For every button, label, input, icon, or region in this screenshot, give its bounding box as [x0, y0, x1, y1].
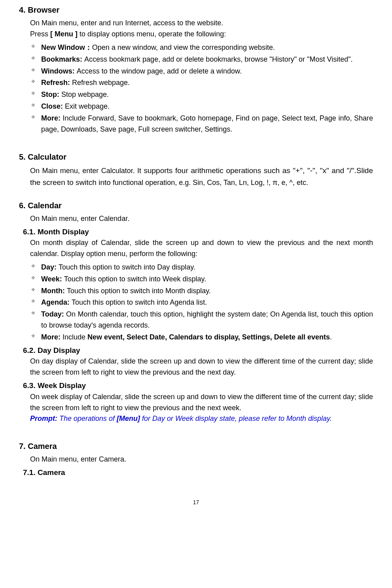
heading-month-display: 6.1. Month Display — [23, 226, 373, 237]
heading-week-display: 6.3. Week Display — [23, 380, 373, 391]
heading-calendar: 6. Calendar — [19, 200, 373, 212]
heading-browser: 4. Browser — [19, 4, 373, 16]
list-item: Agenda: Touch this option to switch into… — [30, 297, 373, 308]
week-prompt: Prompt: The operations of [Menu] for Day… — [30, 413, 373, 424]
item-text: Open a new window, and view the correspo… — [92, 43, 275, 51]
text: Press — [30, 30, 50, 38]
item-label: Windows: — [41, 67, 77, 75]
month-options-list: Day: Touch this option to switch into Da… — [30, 262, 373, 343]
item-text: Touch this option to switch into Week di… — [64, 275, 206, 283]
heading-day-display: 6.2. Day Display — [23, 345, 373, 356]
item-text: . — [330, 333, 332, 341]
prompt-bold: [Menu] — [117, 415, 140, 422]
item-label: Today: — [41, 310, 66, 318]
item-text: Touch this option to switch into Agenda … — [72, 298, 207, 306]
item-text: Access to the window page, add or delete… — [77, 67, 242, 75]
list-item: New Window：Open a new window, and view t… — [30, 42, 373, 53]
calendar-intro: On Main menu, enter Calendar. — [30, 213, 373, 224]
text: On Main menu, — [30, 19, 81, 27]
item-text: Include — [62, 333, 87, 341]
item-text: Touch this option to switch into Day dis… — [59, 263, 195, 271]
text: and run Internet, access to the website. — [97, 19, 223, 27]
list-item: Windows: Access to the window page, add … — [30, 66, 373, 77]
heading-calculator: 5. Calculator — [19, 151, 373, 163]
item-text: Stop webpage. — [61, 90, 109, 98]
list-item: Day: Touch this option to switch into Da… — [30, 262, 373, 273]
item-text: Access bookmark page, add or delete book… — [84, 55, 353, 63]
text: The operations of — [57, 415, 117, 422]
item-label: More: — [41, 333, 62, 341]
browser-options-list: New Window：Open a new window, and view t… — [30, 42, 373, 135]
item-label: More: — [41, 114, 63, 122]
browser-intro-2: Press [ Menu ] to display options menu, … — [30, 29, 373, 40]
item-text: Exit webpage. — [65, 102, 110, 110]
item-text-bold: New event, Select Date, Calendars to dis… — [87, 333, 330, 341]
heading-camera-sub: 7.1. Camera — [23, 467, 373, 478]
item-text: Refresh webpage. — [72, 79, 130, 87]
list-item: Bookmarks: Access bookmark page, add or … — [30, 54, 373, 65]
list-item: Week: Touch this option to switch into W… — [30, 274, 373, 285]
week-display-text: On week display of Calendar, slide the s… — [30, 392, 373, 414]
text: for Day or Week display state, please re… — [140, 415, 332, 422]
list-item: Stop: Stop webpage. — [30, 89, 373, 100]
item-text: Touch this option to switch into Month d… — [67, 287, 211, 295]
item-label: New Window： — [41, 43, 92, 51]
prompt-label: Prompt: — [30, 415, 57, 422]
list-item: Close: Exit webpage. — [30, 101, 373, 112]
page-number: 17 — [19, 498, 373, 507]
text: On Main menu, enter Calculator. It — [30, 167, 144, 175]
item-text: Include Forward, Save to bookmark, Goto … — [41, 114, 373, 133]
text: functional operation, e.g. Sin, Cos, Tan… — [113, 179, 308, 187]
list-item: Month: Touch this option to switch into … — [30, 286, 373, 297]
list-item: More: Include Forward, Save to bookmark,… — [30, 113, 373, 135]
list-item: Refresh: Refresh webpage. — [30, 77, 373, 89]
browser-intro-1: On Main menu, enter and run Internet, ac… — [30, 18, 373, 29]
item-label: Agenda: — [41, 298, 72, 306]
heading-camera: 7. Camera — [19, 440, 373, 452]
text: to display options menu, operate the fol… — [78, 30, 226, 38]
item-text: On Month calendar, touch this option, hi… — [41, 310, 373, 329]
item-label: Refresh: — [41, 79, 72, 87]
calculator-text: On Main menu, enter Calculator. It suppo… — [30, 165, 373, 188]
item-label: Day: — [41, 263, 59, 271]
item-label: Week: — [41, 275, 64, 283]
camera-intro: On Main menu, enter Camera. — [30, 454, 373, 465]
text-bold: [ Menu ] — [50, 30, 78, 38]
month-display-intro: On month display of Calendar, slide the … — [30, 237, 373, 260]
item-label: Close: — [41, 102, 65, 110]
text: enter — [81, 19, 97, 27]
list-item: Today: On Month calendar, touch this opt… — [30, 309, 373, 331]
day-display-text: On day display of Calendar, slide the sc… — [30, 356, 373, 378]
item-label: Bookmarks: — [41, 55, 84, 63]
item-label: Month: — [41, 287, 67, 295]
list-item: More: Include New event, Select Date, Ca… — [30, 332, 373, 343]
item-label: Stop: — [41, 90, 61, 98]
